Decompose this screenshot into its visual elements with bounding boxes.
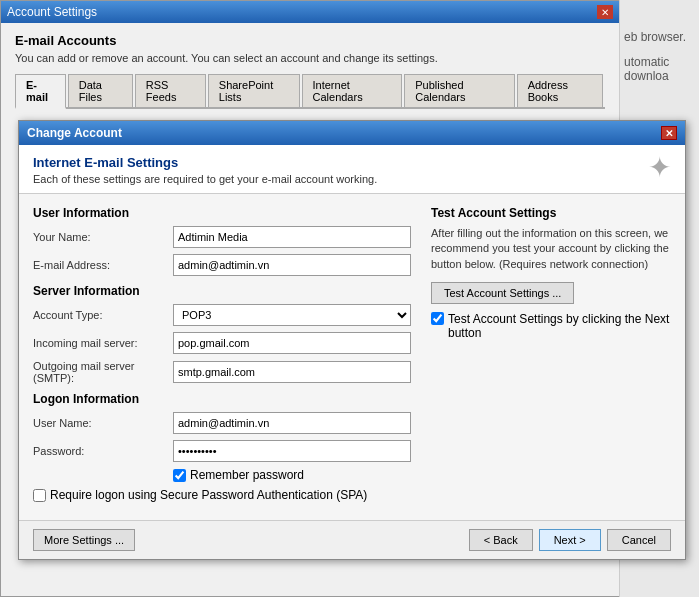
tab-address-books[interactable]: Address Books	[517, 74, 603, 107]
dialog-header-subtext: Each of these settings are required to g…	[33, 173, 377, 185]
incoming-server-row: Incoming mail server:	[33, 332, 411, 354]
dialog-title-bar: Change Account ✕	[19, 121, 685, 145]
tab-data-files[interactable]: Data Files	[68, 74, 133, 107]
account-settings-heading: E-mail Accounts	[15, 33, 605, 48]
dialog-header-text: Internet E-mail Settings Each of these s…	[33, 155, 377, 185]
email-address-label: E-mail Address:	[33, 259, 173, 271]
next-test-label: Test Account Settings by clicking the Ne…	[448, 312, 671, 340]
logon-section-title: Logon Information	[33, 392, 411, 406]
outgoing-server-row: Outgoing mail server (SMTP):	[33, 360, 411, 384]
tab-bar: E-mail Data Files RSS Feeds SharePoint L…	[15, 74, 605, 109]
account-type-row: Account Type: POP3	[33, 304, 411, 326]
account-settings-title-bar: Account Settings ✕	[1, 1, 619, 23]
cursor-icon: ✦	[648, 151, 671, 184]
tab-sharepoint-lists[interactable]: SharePoint Lists	[208, 74, 300, 107]
next-test-checkbox[interactable]	[431, 312, 444, 325]
left-column: User Information Your Name: E-mail Addre…	[33, 206, 411, 508]
your-name-input[interactable]	[173, 226, 411, 248]
user-info-section-title: User Information	[33, 206, 411, 220]
dialog-title-text: Change Account	[27, 126, 122, 140]
change-account-dialog: Change Account ✕ Internet E-mail Setting…	[18, 120, 686, 560]
your-name-row: Your Name:	[33, 226, 411, 248]
username-input[interactable]	[173, 412, 411, 434]
test-account-section-title: Test Account Settings	[431, 206, 671, 220]
more-settings-button[interactable]: More Settings ...	[33, 529, 135, 551]
your-name-label: Your Name:	[33, 231, 173, 243]
spa-checkbox[interactable]	[33, 489, 46, 502]
server-info-section-title: Server Information	[33, 284, 411, 298]
test-account-settings-button[interactable]: Test Account Settings ...	[431, 282, 574, 304]
remember-password-label: Remember password	[190, 468, 304, 482]
dialog-close-button[interactable]: ✕	[661, 126, 677, 140]
email-address-row: E-mail Address:	[33, 254, 411, 276]
password-row: Password:	[33, 440, 411, 462]
side-panel-text2: utomatic downloa	[624, 55, 669, 83]
password-label: Password:	[33, 445, 173, 457]
password-input[interactable]	[173, 440, 411, 462]
next-button[interactable]: Next >	[539, 529, 601, 551]
cancel-button[interactable]: Cancel	[607, 529, 671, 551]
next-test-row: Test Account Settings by clicking the Ne…	[431, 312, 671, 340]
account-settings-close-button[interactable]: ✕	[597, 5, 613, 19]
tab-internet-calendars[interactable]: Internet Calendars	[302, 74, 403, 107]
navigation-buttons: < Back Next > Cancel	[469, 529, 671, 551]
outgoing-server-label: Outgoing mail server (SMTP):	[33, 360, 173, 384]
account-type-select[interactable]: POP3	[173, 304, 411, 326]
side-panel-text1: eb browser.	[624, 30, 686, 44]
account-settings-description: You can add or remove an account. You ca…	[15, 52, 605, 64]
test-account-description: After filling out the information on thi…	[431, 226, 671, 272]
tab-published-calendars[interactable]: Published Calendars	[404, 74, 514, 107]
remember-password-row: Remember password	[173, 468, 411, 482]
account-settings-title: Account Settings	[7, 5, 97, 19]
account-type-label: Account Type:	[33, 309, 173, 321]
spa-row: Require logon using Secure Password Auth…	[33, 488, 411, 502]
remember-password-checkbox[interactable]	[173, 469, 186, 482]
email-address-input[interactable]	[173, 254, 411, 276]
username-row: User Name:	[33, 412, 411, 434]
spa-label: Require logon using Secure Password Auth…	[50, 488, 367, 502]
username-label: User Name:	[33, 417, 173, 429]
dialog-header: Internet E-mail Settings Each of these s…	[19, 145, 685, 194]
incoming-server-label: Incoming mail server:	[33, 337, 173, 349]
tab-email[interactable]: E-mail	[15, 74, 66, 109]
dialog-header-heading: Internet E-mail Settings	[33, 155, 377, 170]
back-button[interactable]: < Back	[469, 529, 533, 551]
tab-rss-feeds[interactable]: RSS Feeds	[135, 74, 206, 107]
dialog-body: User Information Your Name: E-mail Addre…	[19, 194, 685, 520]
incoming-server-input[interactable]	[173, 332, 411, 354]
dialog-footer: More Settings ... < Back Next > Cancel	[19, 520, 685, 559]
account-settings-content: E-mail Accounts You can add or remove an…	[1, 23, 619, 119]
outgoing-server-input[interactable]	[173, 361, 411, 383]
right-column: Test Account Settings After filling out …	[431, 206, 671, 508]
